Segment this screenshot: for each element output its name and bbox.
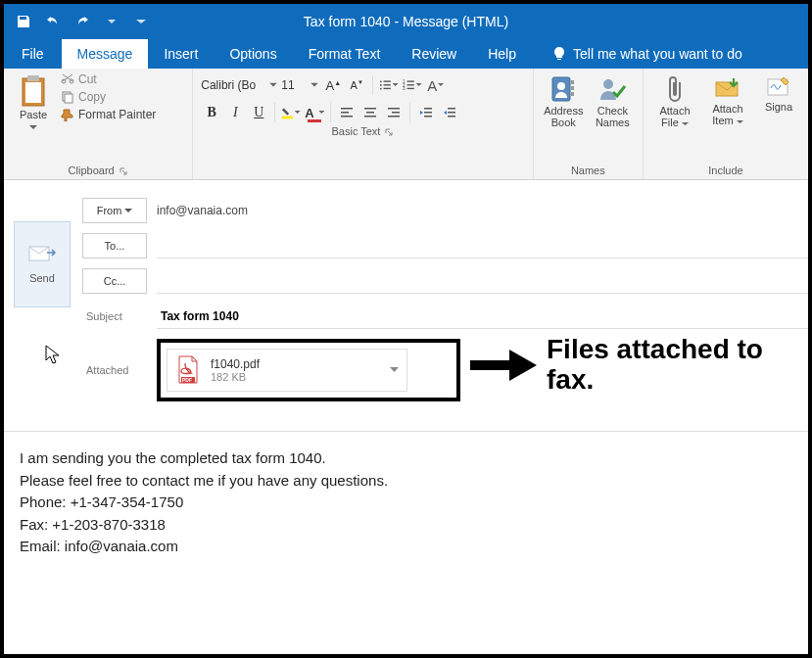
svg-rect-8	[384, 84, 391, 85]
annotation-text: Files attached tofax.	[547, 335, 763, 396]
basictext-dialog-launcher[interactable]	[384, 127, 394, 137]
window-title: Tax form 1040 - Message (HTML)	[304, 14, 508, 29]
svg-rect-20	[341, 116, 353, 118]
increase-indent-icon[interactable]	[439, 102, 460, 123]
font-size-combo[interactable]: 11	[281, 78, 320, 92]
chevron-down-icon	[29, 125, 37, 130]
to-field[interactable]	[157, 233, 808, 258]
svg-rect-26	[388, 116, 400, 118]
tab-message[interactable]: Message	[62, 39, 149, 69]
attach-item-icon	[714, 74, 741, 102]
svg-rect-12	[407, 80, 414, 81]
svg-rect-23	[364, 116, 376, 118]
svg-rect-28	[424, 112, 432, 114]
svg-rect-19	[341, 112, 349, 114]
align-center-icon[interactable]	[359, 102, 381, 123]
svg-rect-24	[388, 108, 400, 110]
svg-rect-27	[424, 108, 432, 110]
group-label-names: Names	[542, 163, 635, 179]
subject-field[interactable]	[157, 304, 808, 329]
svg-point-9	[380, 88, 382, 90]
from-value: info@vanaia.com	[157, 204, 248, 217]
copy-button[interactable]: Copy	[61, 90, 156, 104]
attachment-filename: f1040.pdf	[211, 357, 260, 371]
tab-help[interactable]: Help	[472, 39, 532, 69]
save-icon[interactable]	[14, 12, 33, 31]
to-button[interactable]: To...	[82, 233, 147, 258]
paperclip-icon	[664, 74, 686, 104]
svg-rect-2	[25, 82, 41, 103]
body-line: Phone: +1-347-354-1750	[20, 492, 792, 514]
italic-button[interactable]: I	[224, 102, 246, 123]
font-name-combo[interactable]: Calibri (Bo	[201, 78, 279, 92]
svg-rect-32	[448, 116, 455, 118]
address-book-button[interactable]: Address Book	[542, 72, 585, 128]
undo-icon[interactable]	[43, 12, 63, 31]
lightbulb-icon	[551, 46, 567, 62]
from-button[interactable]: From	[82, 198, 147, 223]
attach-file-button[interactable]: Attach File	[651, 72, 698, 128]
align-left-icon[interactable]	[336, 102, 358, 123]
underline-button[interactable]: U	[248, 102, 269, 123]
tell-me[interactable]: Tell me what you want to do	[551, 39, 742, 69]
ribbon-tabs: File Message Insert Options Format Text …	[4, 39, 808, 69]
copy-icon	[61, 90, 74, 104]
cc-field[interactable]	[157, 268, 808, 294]
cut-button[interactable]: Cut	[61, 72, 156, 86]
paragraph-icon[interactable]: A	[425, 74, 447, 96]
svg-rect-16	[407, 88, 414, 89]
title-bar: Tax form 1040 - Message (HTML)	[4, 4, 808, 39]
numbering-icon[interactable]: 123	[402, 74, 423, 96]
bullets-icon[interactable]	[378, 74, 400, 96]
arrow-right-icon	[470, 348, 539, 383]
attachment-chip[interactable]: PDF f1040.pdf 182 KB	[167, 349, 407, 392]
svg-rect-22	[366, 112, 374, 114]
svg-rect-10	[384, 88, 391, 89]
attached-label: Attached	[82, 357, 147, 383]
body-line: Fax: +1-203-870-3318	[20, 514, 792, 537]
address-book-icon	[549, 74, 578, 104]
tab-file[interactable]: File	[4, 39, 62, 69]
paste-button[interactable]: Paste	[12, 72, 55, 132]
format-painter-button[interactable]: Format Painter	[61, 108, 156, 121]
annotation-callout: Files attached tofax.	[470, 335, 763, 396]
tab-options[interactable]: Options	[214, 39, 292, 69]
align-right-icon[interactable]	[383, 102, 405, 123]
svg-rect-14	[407, 84, 414, 85]
svg-point-7	[380, 84, 382, 86]
bold-button[interactable]: B	[201, 102, 222, 123]
tab-review[interactable]: Review	[396, 39, 472, 69]
signature-icon	[766, 74, 791, 100]
chevron-down-icon[interactable]	[390, 367, 399, 373]
svg-rect-29	[424, 116, 432, 118]
group-label-basictext: Basic Text	[331, 123, 380, 140]
signature-button[interactable]: Signa	[757, 72, 800, 113]
touch-toggle-icon[interactable]	[131, 12, 151, 31]
paintbrush-icon	[61, 108, 74, 121]
decrease-indent-icon[interactable]	[415, 102, 437, 123]
clipboard-icon	[19, 74, 48, 108]
font-color-icon[interactable]: A	[304, 102, 325, 123]
check-names-button[interactable]: Check Names	[591, 72, 634, 128]
svg-text:PDF: PDF	[182, 377, 192, 383]
cc-button[interactable]: Cc...	[82, 268, 147, 294]
body-line: Please feel free to contact me if you ha…	[20, 470, 792, 493]
attach-item-button[interactable]: Attach Item	[704, 72, 751, 126]
svg-rect-17	[282, 117, 293, 119]
tab-insert[interactable]: Insert	[148, 39, 214, 69]
send-button[interactable]: Send	[14, 221, 71, 307]
increase-font-icon[interactable]: A▲	[322, 74, 344, 96]
svg-rect-4	[65, 94, 72, 103]
redo-icon[interactable]	[72, 12, 92, 31]
group-clipboard: Paste Cut Copy Format Painter Clipboard	[4, 69, 193, 179]
highlight-icon[interactable]	[280, 102, 302, 123]
body-line: Email: info@vanaia.com	[20, 536, 792, 558]
clipboard-dialog-launcher[interactable]	[119, 166, 128, 176]
svg-point-5	[380, 80, 382, 82]
tab-format-text[interactable]: Format Text	[293, 39, 397, 69]
ribbon: Paste Cut Copy Format Painter Clipboard …	[4, 69, 808, 180]
decrease-font-icon[interactable]: A▼	[346, 74, 367, 96]
message-body[interactable]: I am sending you the completed tax form …	[4, 431, 808, 574]
qat-chevron-icon[interactable]	[102, 12, 121, 31]
quick-access-toolbar	[4, 12, 161, 31]
